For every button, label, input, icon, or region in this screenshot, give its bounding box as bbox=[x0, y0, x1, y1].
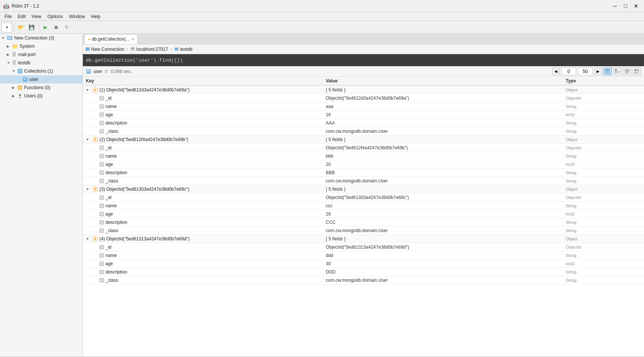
field-icon bbox=[99, 253, 104, 258]
field-type-cell: String bbox=[566, 228, 641, 233]
toolbar-dropdown[interactable]: ▾ bbox=[2, 23, 12, 32]
record-expand-arrow[interactable]: ▼ bbox=[86, 88, 91, 92]
close-button[interactable]: ✕ bbox=[631, 1, 641, 11]
table-row: _class com.cw.mongodb.domain.User String bbox=[83, 127, 644, 135]
column-headers: Key Value Type bbox=[83, 77, 644, 86]
tab-icon: ● bbox=[88, 37, 90, 41]
toolbar-refresh-button[interactable]: ↻ bbox=[62, 23, 72, 32]
menu-help[interactable]: Help bbox=[88, 12, 104, 21]
field-value-cell: 26 bbox=[326, 211, 566, 217]
table-row: ▼ (2) ObjectId("5ed612f4a4247e38d0b7e69b… bbox=[83, 135, 644, 144]
menu-window[interactable]: Window bbox=[66, 12, 88, 21]
breadcrumb-host-icon bbox=[130, 47, 135, 52]
minimize-button[interactable]: ─ bbox=[610, 1, 620, 11]
tab-label: db.getCollection(… bbox=[92, 36, 130, 42]
record-expand-arrow[interactable]: ▼ bbox=[86, 138, 91, 141]
field-icon bbox=[99, 270, 104, 274]
toolbar-stop-button[interactable]: ⏹ bbox=[51, 23, 61, 32]
field-icon bbox=[99, 112, 104, 117]
toolbar-save-button[interactable]: 💾 bbox=[27, 23, 37, 32]
menu-edit[interactable]: Edit bbox=[15, 12, 29, 21]
next-page-button[interactable]: ▶ bbox=[594, 68, 602, 75]
svg-rect-4 bbox=[18, 71, 21, 71]
sidebar-item-mall-port[interactable]: ▶ 🗄 mall-port bbox=[0, 50, 82, 59]
field-key-cell: _class bbox=[86, 228, 326, 233]
prev-page-button[interactable]: ◀ bbox=[552, 68, 560, 75]
query-text: db.getCollection('user').find({}) bbox=[86, 58, 183, 63]
field-key-cell: description bbox=[86, 269, 326, 275]
sidebar-item-system[interactable]: ▶ 📁 System bbox=[0, 42, 82, 50]
record-key-cell: ▼ (1) ObjectId("5ed612d3a4247e38d0b7e69a… bbox=[86, 87, 326, 93]
sidebar-item-functions[interactable]: ▶ f Functions (0) bbox=[0, 84, 82, 92]
field-value-cell: ObjectId("5ed61313a4247e38d0b7e69d") bbox=[326, 245, 566, 250]
field-type-cell: String bbox=[566, 129, 641, 134]
svg-rect-32 bbox=[635, 69, 636, 71]
col-value: Value bbox=[326, 78, 566, 84]
sidebar-item-testdb[interactable]: ▼ 🗄 testdb bbox=[0, 59, 82, 67]
svg-rect-27 bbox=[615, 73, 617, 74]
record-expand-arrow[interactable]: ▼ bbox=[86, 237, 91, 241]
svg-point-11 bbox=[19, 94, 21, 96]
field-type-cell: String bbox=[566, 154, 641, 158]
field-key-cell: name bbox=[86, 153, 326, 159]
expand-arrow-user bbox=[17, 77, 23, 81]
sidebar-item-user[interactable]: user bbox=[0, 75, 82, 84]
field-value-cell: com.cw.mongodb.domain.User bbox=[326, 278, 566, 283]
field-key-label: age bbox=[105, 261, 113, 266]
field-key-label: _class bbox=[105, 278, 118, 283]
menu-options[interactable]: Options bbox=[44, 12, 66, 21]
user-collection-label: user bbox=[29, 77, 38, 82]
eye-icon bbox=[93, 87, 98, 93]
field-value-cell: 20 bbox=[326, 162, 566, 167]
table-row: _id ObjectId("5ed612d3a4247e38d0b7e69a")… bbox=[83, 94, 644, 102]
table-row: description DDD String bbox=[83, 268, 644, 276]
field-key-label: _class bbox=[105, 228, 118, 233]
page-size-input[interactable] bbox=[578, 68, 593, 75]
field-value-cell: bbb bbox=[326, 153, 566, 159]
field-key-cell: name bbox=[86, 203, 326, 208]
table-row: age 26 Int32 bbox=[83, 210, 644, 218]
record-type-cell: Object bbox=[566, 88, 641, 92]
field-key-label: age bbox=[105, 112, 113, 117]
toolbar-separator-2 bbox=[38, 24, 39, 31]
menu-file[interactable]: File bbox=[2, 12, 15, 21]
sidebar-item-collections[interactable]: ▼ Collections (1) bbox=[0, 67, 82, 75]
sidebar-item-new-connection[interactable]: ▼ New Connection (3) bbox=[0, 34, 82, 42]
field-type-cell: ObjectId bbox=[566, 245, 641, 249]
svg-rect-34 bbox=[635, 72, 636, 74]
record-key-cell: ▼ (2) ObjectId("5ed612f4a4247e38d0b7e69b… bbox=[86, 137, 326, 142]
col-key: Key bbox=[86, 78, 326, 84]
results-collection-name: user bbox=[93, 69, 102, 74]
field-key-label: _id bbox=[105, 245, 111, 250]
sidebar-item-users[interactable]: ▶ Users (0) bbox=[0, 92, 82, 100]
field-type-cell: String bbox=[566, 104, 641, 109]
tab-close-button[interactable]: × bbox=[132, 37, 134, 41]
field-icon bbox=[99, 195, 104, 200]
record-expand-arrow[interactable]: ▼ bbox=[86, 187, 91, 191]
query-bar[interactable]: db.getCollection('user').find({}) bbox=[83, 54, 644, 66]
field-value-cell: com.cw.mongodb.domain.User bbox=[326, 228, 566, 233]
field-key-label: name bbox=[105, 153, 117, 159]
field-key-cell: age bbox=[86, 261, 326, 266]
toolbar-open-button[interactable]: 📂 bbox=[16, 23, 26, 32]
table-view-button[interactable] bbox=[603, 68, 612, 75]
record-value-cell: { 5 fields } bbox=[326, 187, 566, 192]
custom-view-button[interactable] bbox=[633, 68, 641, 75]
field-key-cell: _class bbox=[86, 178, 326, 184]
page-number-input[interactable] bbox=[561, 68, 576, 75]
menu-view[interactable]: View bbox=[29, 12, 44, 21]
eye-icon bbox=[93, 187, 98, 192]
testdb-label: testdb bbox=[18, 60, 31, 65]
field-value-cell: ObjectId("5ed612d3a4247e38d0b7e69a") bbox=[326, 96, 566, 101]
tab-query[interactable]: ● db.getCollection(… × bbox=[84, 34, 137, 44]
text-view-button[interactable] bbox=[623, 68, 631, 75]
maximize-button[interactable]: □ bbox=[621, 1, 630, 11]
eye-pupil bbox=[95, 188, 96, 190]
toolbar-run-button[interactable]: ▶ bbox=[41, 23, 50, 32]
svg-rect-5 bbox=[18, 72, 21, 73]
tree-view-button[interactable] bbox=[613, 68, 621, 75]
field-icon bbox=[99, 261, 104, 266]
eye-icon bbox=[93, 236, 98, 242]
titlebar: 🤖 Robo 3T - 1.2 ─ □ ✕ bbox=[0, 0, 644, 12]
field-icon bbox=[99, 179, 104, 183]
